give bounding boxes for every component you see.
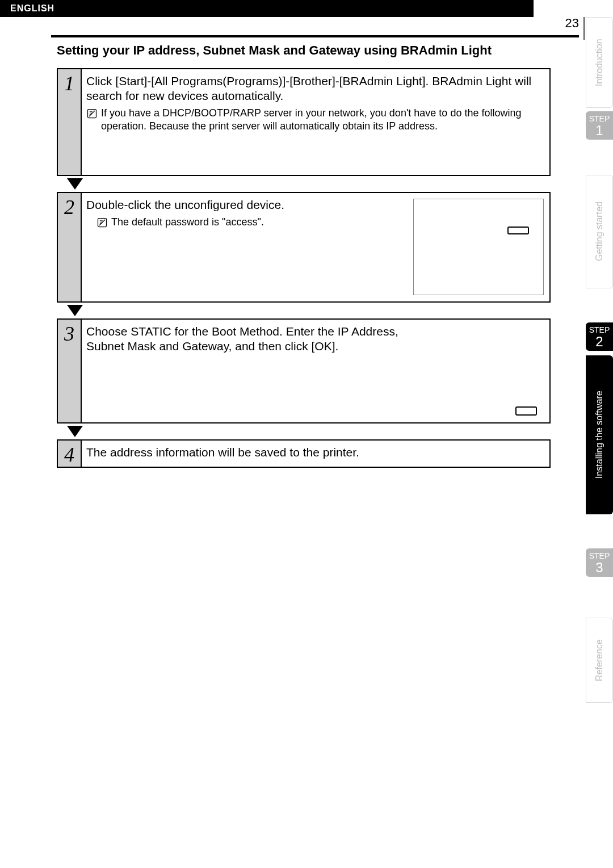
- side-tab-reference[interactable]: Reference: [586, 618, 613, 703]
- section-title: Setting your IP address, Subnet Mask and…: [57, 43, 551, 59]
- step-note: The default password is "access".: [111, 216, 264, 229]
- step-text: The address information will be saved to…: [86, 445, 544, 460]
- step-number-cell: 1: [58, 69, 82, 175]
- side-tab-getting-started[interactable]: Getting started: [586, 175, 613, 288]
- step-tab-label: STEP: [589, 551, 610, 560]
- step-number: 2: [64, 195, 74, 219]
- side-tab-step3[interactable]: STEP 3: [586, 548, 613, 577]
- step-box-4: 4 The address information will be saved …: [57, 439, 551, 468]
- header-divider: [583, 17, 585, 40]
- side-tab-step2[interactable]: STEP 2: [586, 322, 613, 351]
- step-tab-number: 1: [586, 124, 613, 137]
- screenshot-placeholder: [413, 199, 544, 295]
- arrow-down-icon: [67, 305, 83, 316]
- page-number: 23: [565, 16, 579, 31]
- step-text: Choose STATIC for the Boot Method. Enter…: [86, 324, 404, 354]
- step-note: If you have a DHCP/BOOTP/RARP server in …: [101, 107, 544, 133]
- step-text: Click [Start]-[All Programs(Programs)]-[…: [86, 74, 544, 104]
- step-tab-label: STEP: [589, 325, 610, 334]
- arrow-down-icon: [67, 178, 83, 190]
- step-tab-number: 2: [586, 335, 613, 349]
- step-number: 3: [64, 322, 74, 346]
- step-number-cell: 3: [58, 320, 82, 422]
- side-tab-installing-software[interactable]: Installing the software: [586, 355, 613, 514]
- note-icon: [96, 217, 108, 228]
- step-tab-label: STEP: [589, 114, 610, 123]
- note-icon: [86, 108, 98, 119]
- side-tab-introduction[interactable]: Introduction: [586, 17, 613, 108]
- screenshot-highlight: [515, 406, 537, 416]
- step-number-cell: 4: [58, 441, 82, 467]
- step-number: 1: [64, 72, 74, 95]
- language-tab: ENGLISH: [0, 0, 534, 17]
- step-number: 4: [64, 443, 74, 467]
- top-rule: [51, 35, 579, 37]
- step-box-1: 1 Click [Start]-[All Programs(Programs)]…: [57, 68, 551, 176]
- screenshot-highlight: [507, 227, 529, 234]
- side-tab-step1[interactable]: STEP 1: [586, 111, 613, 140]
- step-tab-number: 3: [586, 561, 613, 575]
- step-number-cell: 2: [58, 193, 82, 301]
- step-text: Double-click the unconfigured device.: [86, 198, 393, 212]
- step-box-2: 2 Double-click the unconfigured device. …: [57, 192, 551, 303]
- step-box-3: 3 Choose STATIC for the Boot Method. Ent…: [57, 318, 551, 423]
- arrow-down-icon: [67, 426, 83, 437]
